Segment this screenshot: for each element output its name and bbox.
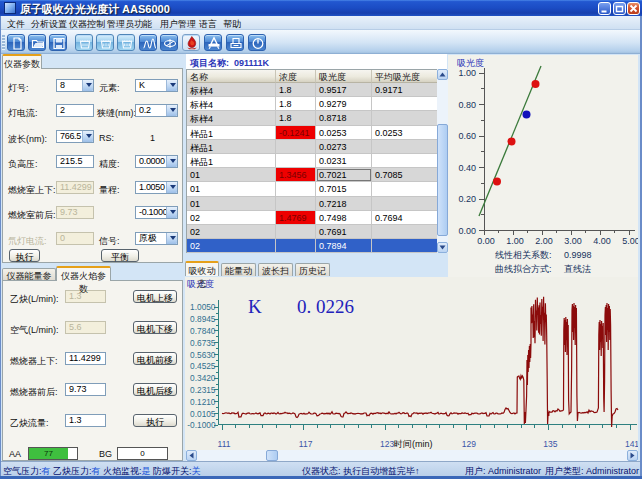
svg-text:0.3420: 0.3420: [190, 373, 216, 383]
svg-text:135: 135: [543, 439, 557, 449]
svg-text:5.00: 5.00: [622, 236, 638, 246]
svg-text:0.9998: 0.9998: [564, 250, 592, 260]
svg-text:4.00: 4.00: [593, 236, 611, 246]
svg-text:0.0105: 0.0105: [190, 409, 216, 419]
svg-text:0.00: 0.00: [477, 236, 495, 246]
svg-text:2.00: 2.00: [535, 236, 553, 246]
svg-text:直线法: 直线法: [564, 264, 591, 274]
svg-text:0.80: 0.80: [458, 100, 476, 110]
svg-text:111: 111: [218, 439, 231, 449]
svg-text:0.20: 0.20: [458, 194, 476, 204]
svg-text:0.2315: 0.2315: [190, 385, 216, 395]
svg-text:0.40: 0.40: [458, 163, 476, 173]
svg-text:K: K: [248, 296, 262, 317]
svg-text:0.60: 0.60: [458, 131, 476, 141]
svg-text:-0.1000: -0.1000: [187, 420, 216, 430]
svg-text:123: 123: [380, 439, 394, 449]
svg-text:3.00: 3.00: [564, 236, 582, 246]
svg-text:0.7840: 0.7840: [190, 326, 216, 336]
svg-text:129: 129: [462, 439, 476, 449]
svg-text:0.1210: 0.1210: [190, 397, 216, 407]
svg-text:线性相关系数:: 线性相关系数:: [495, 250, 552, 260]
svg-text:0.5630: 0.5630: [190, 350, 216, 360]
svg-text:0.00: 0.00: [458, 226, 476, 236]
svg-text:0.4525: 0.4525: [190, 361, 216, 371]
svg-text:1.00: 1.00: [458, 68, 476, 78]
svg-text:1.00: 1.00: [506, 236, 524, 246]
svg-text:0.8945: 0.8945: [190, 314, 216, 324]
svg-text:曲线拟合方式:: 曲线拟合方式:: [495, 264, 552, 274]
svg-text:0. 0226: 0. 0226: [297, 296, 354, 317]
svg-text:1.0050: 1.0050: [190, 302, 216, 312]
svg-text:117: 117: [299, 439, 313, 449]
svg-text:0.6735: 0.6735: [190, 338, 216, 348]
svg-text:141: 141: [625, 439, 638, 449]
svg-text:时间(min): 时间(min): [394, 439, 433, 449]
svg-text:吸光度: 吸光度: [457, 58, 484, 68]
